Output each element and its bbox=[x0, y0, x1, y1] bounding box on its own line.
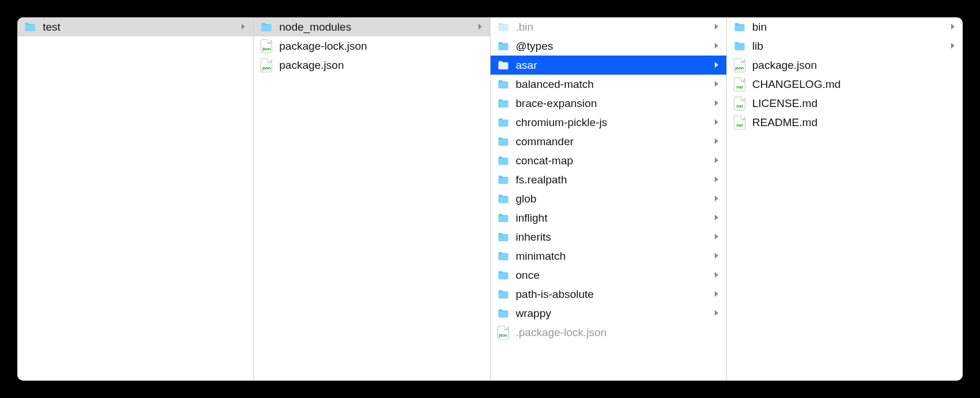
svg-marker-4 bbox=[715, 62, 718, 68]
chevron-right-icon bbox=[714, 176, 722, 184]
svg-marker-15 bbox=[715, 272, 718, 278]
chevron-right-icon bbox=[714, 252, 722, 260]
item-label: bin bbox=[752, 21, 946, 34]
folder-icon bbox=[496, 173, 510, 187]
folder-icon bbox=[733, 20, 747, 34]
folder-icon bbox=[496, 78, 510, 91]
svg-marker-7 bbox=[715, 119, 718, 125]
chevron-right-icon bbox=[477, 23, 485, 31]
item-label: concat-map bbox=[516, 154, 710, 167]
chevron-right-icon bbox=[714, 290, 722, 298]
item-label: brace-expansion bbox=[516, 97, 710, 110]
item-label: inherits bbox=[516, 231, 710, 244]
item-label: package-lock.json bbox=[279, 40, 485, 53]
folder-icon bbox=[496, 230, 510, 244]
folder-row-inflight[interactable]: inflight bbox=[491, 208, 726, 227]
chevron-right-icon bbox=[714, 119, 722, 127]
svg-marker-1 bbox=[478, 24, 482, 30]
file-row-package-json[interactable]: jsonpackage.json bbox=[254, 56, 489, 75]
json-file-icon: json bbox=[733, 58, 747, 72]
folder-row--types[interactable]: @types bbox=[491, 36, 726, 56]
json-file-icon: json bbox=[259, 58, 273, 72]
folder-row-wrappy[interactable]: wrappy bbox=[491, 304, 726, 323]
folder-row-minimatch[interactable]: minimatch bbox=[491, 246, 726, 266]
chevron-right-icon bbox=[714, 80, 722, 89]
folder-icon bbox=[496, 249, 510, 263]
item-label: once bbox=[516, 269, 710, 282]
item-label: test bbox=[43, 21, 237, 34]
folder-row-test[interactable]: test bbox=[17, 17, 253, 36]
svg-marker-2 bbox=[715, 24, 718, 30]
folder-icon bbox=[496, 39, 510, 53]
folder-row-concat-map[interactable]: concat-map bbox=[491, 151, 726, 170]
folder-icon bbox=[496, 268, 510, 282]
folder-row-chromium-pickle-js[interactable]: chromium-pickle-js bbox=[491, 113, 726, 132]
chevron-right-icon bbox=[714, 195, 722, 203]
folder-row-once[interactable]: once bbox=[491, 266, 726, 285]
folder-row-lib[interactable]: lib bbox=[727, 36, 963, 56]
item-label: package.json bbox=[279, 59, 485, 72]
folder-icon bbox=[733, 39, 747, 53]
chevron-right-icon bbox=[714, 157, 722, 165]
chevron-right-icon bbox=[714, 23, 722, 31]
svg-marker-9 bbox=[715, 157, 718, 163]
folder-icon bbox=[23, 20, 37, 34]
item-label: LICENSE.md bbox=[752, 97, 958, 110]
json-file-icon: json bbox=[496, 326, 510, 340]
folder-icon bbox=[259, 20, 273, 34]
item-label: README.md bbox=[752, 116, 958, 129]
folder-row-brace-expansion[interactable]: brace-expansion bbox=[491, 94, 726, 113]
folder-row-node-modules[interactable]: node_modules bbox=[254, 17, 489, 36]
folder-row-inherits[interactable]: inherits bbox=[491, 227, 726, 246]
chevron-right-icon bbox=[714, 42, 722, 50]
folder-icon bbox=[496, 211, 510, 225]
svg-marker-12 bbox=[715, 215, 718, 220]
chevron-right-icon bbox=[714, 61, 722, 69]
svg-marker-10 bbox=[715, 176, 718, 182]
folder-icon bbox=[496, 154, 510, 168]
json-file-icon: json bbox=[259, 39, 273, 53]
item-label: .package-lock.json bbox=[516, 326, 722, 339]
folder-icon bbox=[496, 192, 510, 206]
file-row-package-lock-json[interactable]: jsonpackage-lock.json bbox=[254, 36, 489, 56]
chevron-right-icon bbox=[714, 233, 722, 241]
svg-marker-8 bbox=[715, 138, 718, 144]
folder-row-glob[interactable]: glob bbox=[491, 189, 726, 208]
folder-row--bin[interactable]: .bin bbox=[491, 17, 726, 36]
folder-row-commander[interactable]: commander bbox=[491, 132, 726, 151]
svg-marker-0 bbox=[242, 24, 245, 30]
chevron-right-icon bbox=[714, 214, 722, 222]
chevron-right-icon bbox=[950, 42, 958, 50]
item-label: node_modules bbox=[279, 21, 473, 34]
folder-row-asar[interactable]: asar bbox=[491, 56, 726, 75]
finder-column-3[interactable]: binlibjsonpackage.jsonmdCHANGELOG.mdmdLI… bbox=[727, 17, 963, 381]
item-label: minimatch bbox=[516, 250, 710, 263]
item-label: path-is-absolute bbox=[516, 288, 710, 301]
file-row-package-json[interactable]: jsonpackage.json bbox=[727, 56, 963, 75]
finder-column-1[interactable]: node_modulesjsonpackage-lock.jsonjsonpac… bbox=[254, 17, 490, 381]
chevron-right-icon bbox=[950, 23, 958, 31]
folder-row-fs-realpath[interactable]: fs.realpath bbox=[491, 170, 726, 189]
chevron-right-icon bbox=[714, 100, 722, 108]
md-file-icon: md bbox=[733, 78, 747, 91]
file-row-readme-md[interactable]: mdREADME.md bbox=[727, 113, 963, 132]
svg-marker-18 bbox=[951, 24, 955, 30]
item-label: @types bbox=[516, 40, 710, 53]
svg-marker-14 bbox=[715, 253, 718, 259]
folder-row-path-is-absolute[interactable]: path-is-absolute bbox=[491, 285, 726, 304]
finder-column-0[interactable]: test bbox=[17, 17, 254, 381]
chevron-right-icon bbox=[714, 309, 722, 318]
item-label: CHANGELOG.md bbox=[752, 78, 958, 91]
md-file-icon: md bbox=[733, 116, 747, 130]
item-label: .bin bbox=[516, 21, 710, 34]
file-row-license-md[interactable]: mdLICENSE.md bbox=[727, 94, 963, 113]
finder-column-2[interactable]: .bin@typesasarbalanced-matchbrace-expans… bbox=[491, 17, 727, 381]
svg-marker-6 bbox=[715, 100, 718, 106]
file-row--package-lock-json[interactable]: json.package-lock.json bbox=[491, 323, 726, 342]
folder-row-balanced-match[interactable]: balanced-match bbox=[491, 75, 726, 94]
file-row-changelog-md[interactable]: mdCHANGELOG.md bbox=[727, 75, 963, 94]
folder-icon bbox=[496, 116, 510, 130]
folder-row-bin[interactable]: bin bbox=[727, 17, 963, 36]
svg-marker-16 bbox=[715, 291, 718, 297]
chevron-right-icon bbox=[714, 138, 722, 146]
